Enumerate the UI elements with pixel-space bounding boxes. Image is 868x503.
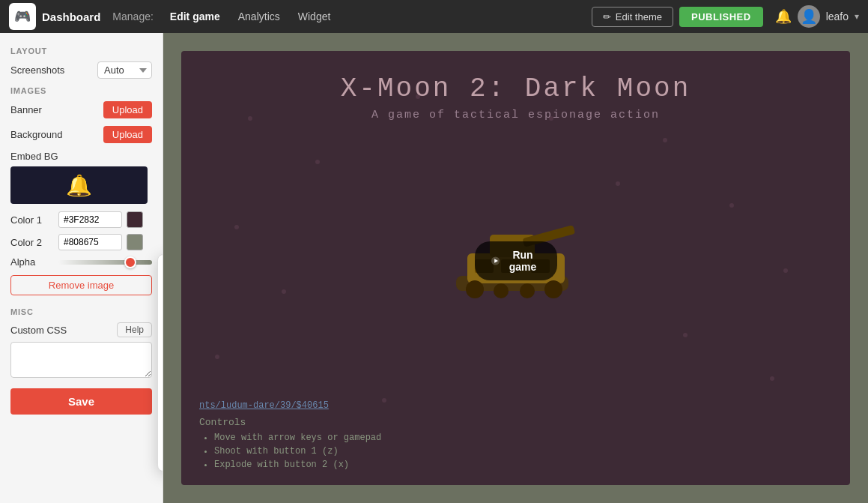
game-link[interactable]: nts/ludum-dare/39/$40615: [199, 400, 832, 411]
custom-css-label: Custom CSS: [10, 325, 67, 336]
nav-analytics[interactable]: Analytics: [231, 7, 288, 25]
logo-icon: 🎮: [9, 3, 36, 30]
run-game-label: Run game: [506, 249, 541, 273]
background-label: Background: [10, 129, 62, 140]
embed-bg-icon: 🔔: [66, 173, 92, 198]
pencil-icon: ✏: [603, 11, 611, 22]
color1-input[interactable]: [58, 211, 122, 228]
main-layout: LAYOUT Screenshots Auto Manual IMAGES Ba…: [0, 33, 868, 503]
controls-header: Controls: [199, 417, 832, 428]
embed-bg-label: Embed BG: [10, 151, 152, 162]
nav-edit-game[interactable]: Edit game: [163, 7, 228, 25]
screenshots-select[interactable]: Auto Manual: [97, 61, 152, 79]
alpha-slider-thumb: [124, 256, 136, 268]
top-navigation: 🎮 Dashboard Manage: Edit game Analytics …: [0, 0, 868, 33]
custom-css-row: Custom CSS Help: [10, 322, 152, 337]
game-title-area: X-Moon 2: Dark Moon A game of tactical e…: [181, 51, 850, 129]
color2-input[interactable]: [58, 234, 122, 250]
save-button[interactable]: Save: [10, 388, 152, 415]
banner-upload-button[interactable]: Upload: [103, 101, 152, 118]
run-game-button[interactable]: Run game: [475, 241, 557, 280]
game-thumbnail: Run game: [434, 193, 598, 328]
screenshots-label: Screenshots: [10, 64, 64, 76]
remove-image-button[interactable]: Remove image: [10, 275, 152, 295]
color2-swatch[interactable]: [127, 234, 143, 250]
svg-point-9: [520, 283, 535, 298]
layout-section-title: LAYOUT: [10, 46, 152, 55]
color1-label: Color 1: [10, 214, 54, 226]
bell-icon[interactable]: 🔔: [775, 8, 792, 25]
screenshots-row: Screenshots Auto Manual: [10, 61, 152, 79]
banner-row: Banner Upload: [10, 101, 152, 118]
game-info-area: nts/ludum-dare/39/$40615 Controls Move w…: [181, 393, 850, 485]
color2-row: Color 2: [10, 234, 152, 250]
game-title: X-Moon 2: Dark Moon: [181, 73, 850, 104]
images-section-title: IMAGES: [10, 86, 152, 95]
play-icon: [491, 255, 500, 267]
nav-links: Edit game Analytics Widget: [163, 7, 339, 25]
sidebar: LAYOUT Screenshots Auto Manual IMAGES Ba…: [0, 33, 163, 503]
control-item-1: Shoot with button 1 (z): [214, 446, 832, 457]
custom-css-textarea[interactable]: [10, 342, 152, 378]
controls-list: Move with arrow keys or gamepad Shoot wi…: [199, 433, 832, 470]
color1-swatch[interactable]: [127, 211, 143, 228]
manage-label: Manage:: [112, 10, 153, 22]
edit-theme-label: Edit theme: [616, 11, 662, 22]
misc-section-title: MISC: [10, 307, 152, 316]
username-label: leafo: [826, 10, 849, 22]
alpha-label: Alpha: [10, 256, 54, 268]
svg-point-8: [494, 283, 509, 298]
alpha-row: Alpha: [10, 256, 152, 268]
svg-point-10: [544, 280, 562, 298]
svg-point-7: [466, 280, 484, 298]
game-subtitle: A game of tactical espionage action: [181, 109, 850, 121]
nav-widget[interactable]: Widget: [291, 7, 339, 25]
background-row: Background Upload: [10, 126, 152, 143]
misc-section: MISC Custom CSS Help: [10, 307, 152, 388]
color-picker-popup: [157, 254, 163, 472]
color1-row: Color 1: [10, 211, 152, 228]
chevron-down-icon[interactable]: ▾: [855, 11, 859, 22]
control-item-2: Explode with button 2 (x): [214, 460, 832, 470]
alpha-slider[interactable]: [58, 260, 152, 265]
game-screenshot-area: Run game: [181, 129, 850, 393]
avatar: 👤: [798, 5, 820, 28]
edit-theme-button[interactable]: ✏ Edit theme: [592, 7, 673, 27]
help-button[interactable]: Help: [117, 322, 152, 337]
banner-label: Banner: [10, 104, 42, 115]
game-frame: X-Moon 2: Dark Moon A game of tactical e…: [181, 51, 850, 485]
background-upload-button[interactable]: Upload: [103, 126, 152, 143]
published-button[interactable]: PUBLISHED: [679, 7, 763, 27]
color2-label: Color 2: [10, 237, 54, 248]
control-item-0: Move with arrow keys or gamepad: [214, 433, 832, 443]
dashboard-link[interactable]: Dashboard: [42, 10, 100, 23]
content-area: X-Moon 2: Dark Moon A game of tactical e…: [163, 33, 868, 503]
embed-bg-preview: 🔔: [10, 166, 148, 204]
